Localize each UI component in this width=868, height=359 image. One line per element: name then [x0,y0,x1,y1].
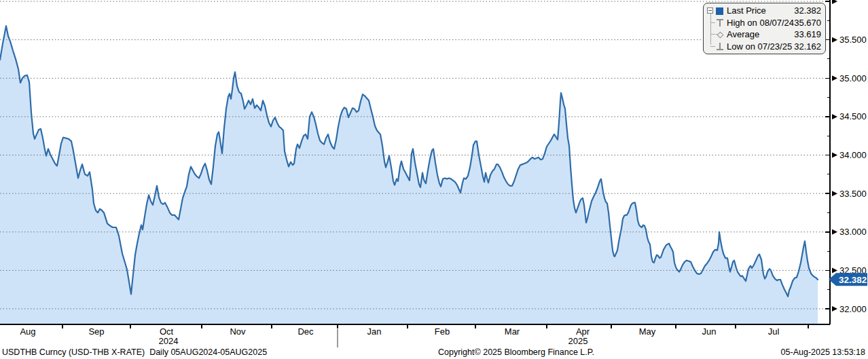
month-label: Feb [435,326,450,337]
y-tick-label: 35.000 [839,73,867,83]
y-tick-label: 34.000 [839,150,867,160]
month-label: Jul [768,326,780,337]
legend-tree-stub [710,46,715,47]
legend-row-average[interactable]: Average 33.619 [707,29,821,40]
y-tick-label: 34.500 [839,111,867,121]
month-label: Dec [297,326,313,337]
last-price-swatch-icon [716,7,724,15]
y-tick-label: 35.500 [839,35,867,45]
legend-expander-icon[interactable] [707,7,713,14]
legend-value: 35.670 [794,17,821,29]
high-marker-icon [716,18,724,26]
year-label: 2025 [568,336,588,346]
legend-label: Average [727,29,759,40]
y-tick-arrow-icon [832,191,837,196]
area-fill [0,26,818,324]
y-tick-label: 33.500 [839,189,867,199]
y-tick-arrow-icon [832,75,837,81]
bloomberg-chart-window: 35.50035.00034.50034.00033.50033.00032.5… [0,0,868,359]
month-label: Jan [367,326,382,337]
y-tick-arrow-icon [832,114,837,119]
security-description: USDTHB Curncy (USD-THB X-RATE) Daily 05A… [2,347,267,357]
month-label: Aug [20,326,35,337]
legend-row-high[interactable]: High on 08/07/24 35.670 [707,17,821,29]
month-label: Apr [576,326,590,337]
month-label: May [639,326,656,337]
y-tick-arrow-icon [832,267,837,273]
low-marker-icon [716,42,724,50]
legend-row-low[interactable]: Low on 07/23/25 32.162 [707,41,821,52]
price-tag-label: 32.382 [839,275,867,285]
y-tick-arrow-icon [832,229,837,235]
legend-tree-stub [710,34,715,35]
average-marker-icon [716,31,724,39]
timestamp: 05-Aug-2025 13:53:18 [781,347,865,357]
y-tick-arrow-icon [832,306,837,311]
legend-tree-stub [710,22,715,23]
y-tick-label: 33.000 [839,227,867,237]
legend-row-last-price[interactable]: Last Price 32.382 [707,5,821,16]
legend-value: 33.619 [794,29,821,40]
copyright-notice: Copyright© 2025 Bloomberg Finance L.P. [438,347,594,357]
legend-label: Low on 07/23/25 [727,41,792,52]
y-tick-arrow-icon [832,37,837,43]
month-label: Jun [702,326,717,337]
legend-box: Last Price 32.382 High on 08/07/24 35.67… [703,3,826,54]
legend-value: 32.162 [794,41,821,52]
month-label: Nov [230,326,245,337]
month-label: Oct [160,326,173,337]
y-tick-label: 32.000 [839,304,867,314]
y-tick-arrow-icon [832,153,837,158]
month-label: Mar [505,326,520,337]
month-label: Sep [88,326,104,337]
y-tick-arrow-icon [832,0,837,4]
legend-tree-line [710,14,711,45]
year-label: 2024 [159,336,179,346]
legend-label: Last Price [727,5,766,16]
legend-label: High on 08/07/24 [727,17,794,29]
legend-value: 32.382 [794,5,821,16]
